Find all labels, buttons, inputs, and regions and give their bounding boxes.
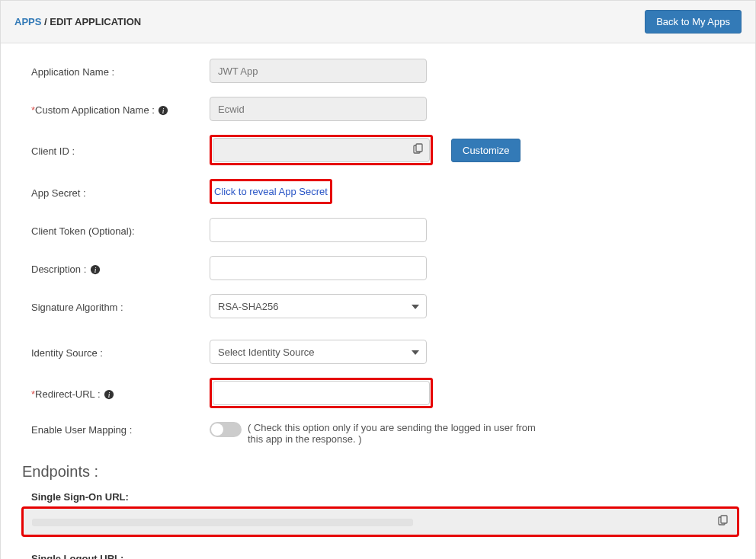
info-icon[interactable]: i [104, 389, 114, 400]
row-custom-name: *Custom Application Name : i [31, 97, 732, 121]
custom-name-label: *Custom Application Name : i [31, 102, 210, 117]
description-label: Description : i [31, 261, 210, 276]
page: APPS / EDIT APPLICATION Back to My Apps … [0, 0, 756, 559]
identity-source-label: Identity Source : [31, 345, 210, 359]
row-app-secret: App Secret : Click to reveal App Secret [31, 179, 732, 204]
row-identity-source: Identity Source : Select Identity Source [31, 340, 732, 364]
client-token-input[interactable] [210, 218, 427, 242]
identity-source-select[interactable]: Select Identity Source [210, 340, 427, 364]
enable-mapping-toggle[interactable] [210, 422, 242, 437]
endpoints-heading: Endpoints : [22, 463, 732, 481]
custom-name-input [210, 97, 427, 121]
content: Application Name : *Custom Application N… [1, 43, 755, 559]
copy-icon[interactable] [412, 143, 424, 158]
info-icon[interactable]: i [90, 264, 101, 275]
redacted-sso [32, 519, 413, 526]
enable-mapping-label: Enable User Mapping : [31, 422, 210, 436]
client-token-label: Client Token (Optional): [31, 223, 210, 237]
app-name-input [210, 59, 427, 83]
info-icon[interactable]: i [158, 105, 168, 116]
breadcrumb-sep: / [44, 16, 47, 27]
app-secret-label: App Secret : [31, 185, 210, 199]
row-client-token: Client Token (Optional): [31, 218, 732, 242]
client-id-label: Client ID : [31, 143, 210, 157]
svg-text:i: i [162, 107, 165, 115]
redirect-url-highlight [210, 378, 433, 408]
svg-rect-3 [416, 144, 422, 152]
svg-rect-9 [721, 516, 727, 523]
sso-url-label: Single Sign-On URL: [31, 491, 732, 503]
enable-mapping-hint: ( Check this option only if you are send… [248, 422, 545, 445]
redirect-url-input[interactable] [213, 381, 430, 405]
row-client-id: Client ID : Customize [31, 135, 732, 165]
header-bar: APPS / EDIT APPLICATION Back to My Apps [1, 1, 755, 43]
description-input[interactable] [210, 256, 427, 280]
copy-icon[interactable] [716, 515, 729, 529]
reveal-app-secret-link[interactable]: Click to reveal App Secret [213, 182, 329, 201]
row-app-name: Application Name : [31, 59, 732, 83]
row-enable-mapping: Enable User Mapping : ( Check this optio… [31, 422, 732, 445]
customize-button[interactable]: Customize [451, 139, 521, 162]
breadcrumb-apps[interactable]: APPS [14, 16, 41, 27]
redirect-url-label: *Redirect-URL : i [31, 386, 210, 401]
back-to-apps-button[interactable]: Back to My Apps [645, 10, 742, 34]
breadcrumb: APPS / EDIT APPLICATION [14, 16, 141, 27]
app-name-label: Application Name : [31, 64, 210, 78]
sso-url-box [22, 507, 738, 536]
row-sig-alg: Signature Algorithm : RSA-SHA256 [31, 294, 732, 318]
svg-text:i: i [94, 266, 97, 274]
svg-text:i: i [108, 391, 111, 399]
sig-alg-select[interactable]: RSA-SHA256 [210, 294, 427, 318]
row-description: Description : i [31, 256, 732, 280]
row-redirect-url: *Redirect-URL : i [31, 378, 732, 408]
slo-url-label: Single Logout URL: [31, 553, 732, 559]
app-secret-highlight: Click to reveal App Secret [210, 179, 332, 204]
sig-alg-label: Signature Algorithm : [31, 299, 210, 313]
breadcrumb-page: EDIT APPLICATION [50, 16, 141, 27]
client-id-highlight [210, 135, 433, 165]
client-id-input [213, 138, 430, 162]
